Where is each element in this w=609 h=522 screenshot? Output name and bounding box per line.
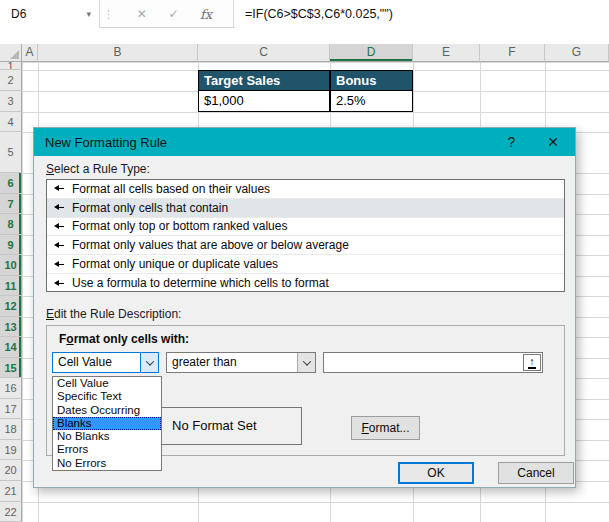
rule-arrow-icon	[54, 222, 65, 231]
row-header-11[interactable]: 11	[0, 276, 22, 297]
rule-arrow-icon	[54, 184, 65, 193]
row-header-10[interactable]: 10	[0, 255, 22, 276]
rule-arrow-icon	[54, 260, 65, 269]
chevron-down-icon	[145, 357, 153, 365]
grid-cell-D3[interactable]: 2.5%	[330, 91, 413, 112]
rule-type-item[interactable]: Format all cells based on their values	[47, 180, 564, 199]
select-all-corner[interactable]	[0, 44, 22, 62]
row-header-20[interactable]: 20	[0, 460, 22, 481]
condition-combo-value: greater than	[167, 353, 297, 372]
dropdown-option-highlighted[interactable]: Blanks	[53, 417, 161, 430]
row-header-6[interactable]: 6	[0, 173, 22, 194]
gridline	[22, 62, 609, 63]
row-header-15[interactable]: 15	[0, 358, 22, 379]
row-header-21[interactable]: 21	[0, 481, 22, 502]
chevron-down-icon	[302, 357, 310, 365]
dropdown-option[interactable]: Dates Occurring	[53, 404, 161, 417]
column-header-B[interactable]: B	[38, 44, 198, 62]
rule-type-list: Format all cells based on their values F…	[46, 179, 565, 292]
help-icon[interactable]: ?	[507, 134, 515, 150]
rule-type-item[interactable]: Format only top or bottom ranked values	[47, 218, 564, 237]
format-button[interactable]: Format...	[351, 416, 420, 440]
ok-button[interactable]: OK	[398, 462, 474, 484]
dropdown-option[interactable]: Errors	[53, 443, 161, 456]
excel-window: D6 ▾ ⋮ ✕ ✓ fx =IF(C6>$C$3,C6*0.025,"") A…	[0, 0, 609, 522]
cell-value-combo-value: Cell Value	[53, 353, 140, 372]
preview-text: No Format Set	[162, 408, 301, 444]
row-header-2[interactable]: 2	[0, 70, 22, 91]
row-header-19[interactable]: 19	[0, 440, 22, 461]
row-header-12[interactable]: 12	[0, 296, 22, 317]
rule-type-item-selected[interactable]: Format only cells that contain	[47, 199, 564, 218]
dropdown-option[interactable]: Cell Value	[53, 377, 161, 390]
condition-combo[interactable]: greater than	[166, 352, 316, 373]
row-header-9[interactable]: 9	[0, 235, 22, 256]
dialog-titlebar[interactable]: New Formatting Rule ? ✕	[34, 128, 575, 156]
row-header-16[interactable]: 16	[0, 378, 22, 399]
grid-cell-C3[interactable]: $1,000	[198, 91, 330, 112]
column-header-E[interactable]: E	[413, 44, 480, 62]
rule-type-item[interactable]: Format only unique or duplicate values	[47, 255, 564, 274]
select-rule-type-label: Select a Rule Type:	[46, 162, 150, 176]
row-header-1[interactable]: 1	[0, 62, 22, 70]
row-header-8[interactable]: 8	[0, 214, 22, 235]
row-header-4[interactable]: 4	[0, 112, 22, 132]
close-icon[interactable]: ✕	[547, 134, 559, 150]
grid-cell-D2[interactable]: Bonus	[330, 70, 413, 91]
combo-dropdown-button[interactable]	[140, 353, 158, 372]
range-selector-button[interactable]: ↑	[523, 354, 541, 371]
preview-box: No Format Set	[161, 407, 302, 445]
column-header-D[interactable]: D	[330, 44, 413, 62]
gridline	[22, 502, 609, 503]
column-header-G[interactable]: G	[545, 44, 609, 62]
grid-cell-C2[interactable]: Target Sales	[198, 70, 330, 91]
cancel-button[interactable]: Cancel	[498, 462, 574, 484]
dropdown-option[interactable]: No Blanks	[53, 430, 161, 443]
gridline	[22, 62, 23, 522]
rule-value-field: ↑	[323, 352, 543, 373]
column-header-A[interactable]: A	[22, 44, 38, 62]
column-header-C[interactable]: C	[198, 44, 330, 62]
row-header-14[interactable]: 14	[0, 337, 22, 358]
dialog-title: New Formatting Rule	[45, 135, 167, 150]
dropdown-option[interactable]: No Errors	[53, 457, 161, 470]
row-header-7[interactable]: 7	[0, 194, 22, 215]
row-header-13[interactable]: 13	[0, 317, 22, 338]
cell-value-combo[interactable]: Cell Value	[52, 352, 159, 373]
combo-dropdown-button[interactable]	[297, 353, 315, 372]
rule-type-item[interactable]: Format only values that are above or bel…	[47, 236, 564, 255]
dropdown-option[interactable]: Specific Text	[53, 390, 161, 403]
row-header-5[interactable]: 5	[0, 132, 22, 173]
column-header-F[interactable]: F	[480, 44, 545, 62]
row-header-22[interactable]: 22	[0, 502, 22, 522]
row-header-17[interactable]: 17	[0, 399, 22, 420]
gridline	[22, 112, 609, 113]
row-header-3[interactable]: 3	[0, 91, 22, 112]
rule-arrow-icon	[54, 241, 65, 250]
row-header-18[interactable]: 18	[0, 419, 22, 440]
edit-rule-description-label: Edit the Rule Description:	[46, 307, 181, 321]
format-only-cells-label: Format only cells with:	[59, 332, 189, 346]
rule-value-input[interactable]	[325, 354, 519, 371]
new-formatting-rule-dialog: New Formatting Rule ? ✕ Select a Rule Ty…	[33, 127, 576, 488]
rule-type-item[interactable]: Use a formula to determine which cells t…	[47, 274, 564, 293]
rule-arrow-icon	[54, 279, 65, 288]
cell-value-dropdown-list: Cell Value Specific Text Dates Occurring…	[52, 376, 162, 471]
rule-arrow-icon	[54, 203, 65, 212]
collapse-dialog-up-arrow-icon: ↑	[528, 356, 536, 369]
